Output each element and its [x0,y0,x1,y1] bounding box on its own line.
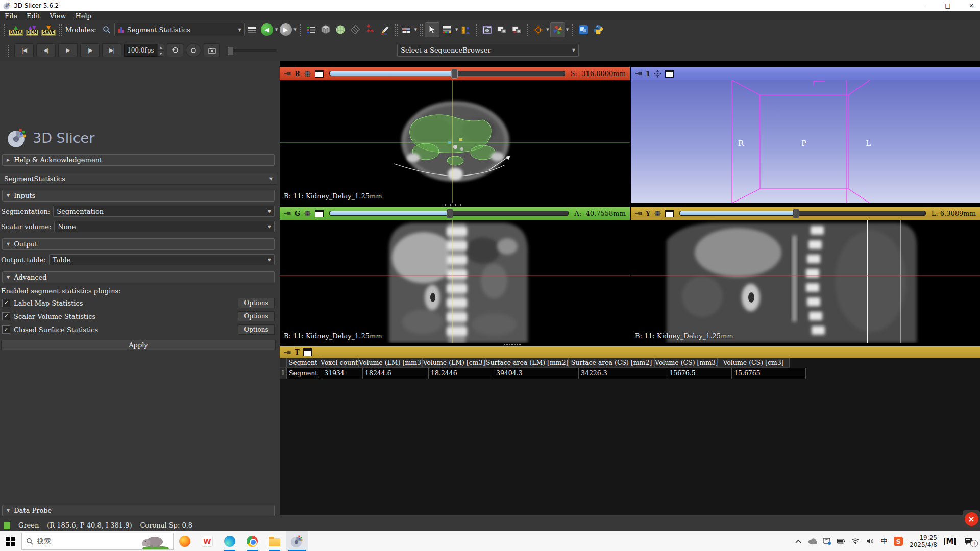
fps-up-icon[interactable]: ▲ [157,44,164,51]
view-menu-icon[interactable] [665,70,674,78]
module-header[interactable]: SegmentStatistics ▼ [0,173,277,185]
threed-scene[interactable]: R P L [631,80,980,203]
close-icon[interactable]: × [965,512,978,526]
fps-spinbox[interactable]: 100.0fps ▲▼ [124,44,164,57]
sceneview-restore-button[interactable] [510,23,524,37]
scalar-volume-selector[interactable]: None▼ [54,221,275,232]
history-forward-button[interactable]: ▶ [279,23,292,37]
red-offset-slider[interactable] [329,71,565,76]
forward-dropdown[interactable]: ▼ [293,28,296,32]
col-volume-lm-mm3[interactable]: Volume (LM) [mm3] [359,358,423,368]
table-menu-icon[interactable] [303,348,312,356]
green-slice-image[interactable]: B: 11: Kidney_Delay_1.25mm [280,220,630,343]
col-volume-cs-mm3[interactable]: Volume (CS) [mm3] [655,358,718,368]
taskbar-edge[interactable] [218,531,241,551]
python-console-button[interactable] [591,23,605,37]
col-segment[interactable]: Segment [287,358,320,368]
col-volume-cs-cm3[interactable]: Volume (CS) [cm3] [718,358,790,368]
pin-icon[interactable] [284,70,291,77]
m-app-icon[interactable]: M [942,531,958,551]
taskbar-explorer[interactable] [263,531,286,551]
pin-icon[interactable] [284,210,291,217]
green-offset-slider[interactable] [329,211,569,216]
seq-record-button[interactable] [186,43,201,57]
help-acknowledgement-section[interactable]: ▶ Help & Acknowledgement [2,154,275,166]
crosshair-dropdown[interactable]: ▼ [546,28,549,32]
toolbar-grip[interactable] [58,23,62,36]
slice-menu-icon[interactable] [315,70,324,78]
close-button[interactable]: × [960,0,980,11]
module-selector[interactable]: Segment Statistics ▼ [114,23,245,36]
labelmap-checkbox[interactable]: ✓ [2,299,10,307]
toolbar-grip[interactable] [394,23,398,36]
yellow-slice-image[interactable]: B: 11: Kidney_Delay_1.25mm [631,220,980,343]
load-data-button[interactable]: ▲ DATA [9,23,22,36]
toolbar-grip[interactable] [299,23,302,36]
green-slice-view[interactable]: G A: -40.7558mm [280,207,630,343]
screen-capture-button[interactable] [480,23,494,37]
menu-file[interactable]: File [0,12,22,20]
seq-next-frame-button[interactable]: |▶ [80,43,100,57]
segmentations-module-button[interactable] [334,23,348,37]
slice-menu-icon[interactable] [665,210,674,217]
display-sync-icon[interactable] [821,531,833,551]
back-dropdown[interactable]: ▼ [275,28,278,32]
transforms-module-button[interactable] [349,23,362,37]
labelmap-options-button[interactable]: Options [238,298,275,308]
pin-icon[interactable] [284,349,291,356]
slider-knob[interactable] [228,47,233,55]
scalarvolume-checkbox[interactable]: ✓ [2,312,10,320]
taskbar-wps[interactable]: W [196,531,218,551]
sogou-icon[interactable]: S [892,531,904,551]
markups-module-button[interactable]: *** [363,23,377,37]
sceneview-capture-button[interactable] [495,23,509,37]
center-view-icon[interactable] [654,70,662,78]
seq-last-frame-button[interactable]: ▶| [102,43,121,57]
scalarvolume-options-button[interactable]: Options [238,311,275,321]
menu-help[interactable]: Help [70,12,96,20]
layout-selector-button[interactable] [400,23,413,37]
save-button[interactable]: ▼ SAVE [42,23,55,36]
dicom-button[interactable]: ▲▼ DCM [26,23,39,36]
col-voxel-count[interactable]: Voxel count [320,358,359,368]
seq-first-frame-button[interactable]: |◀ [14,43,34,57]
menu-view[interactable]: View [45,12,70,20]
ime-indicator[interactable]: 中 [878,531,890,551]
extensions-button[interactable] [550,22,565,37]
start-button[interactable] [0,531,20,551]
toolbar-grip[interactable] [475,23,478,36]
extensions-dropdown[interactable]: ▼ [566,28,569,32]
toolbar-grip[interactable] [7,44,10,57]
modules-history-button[interactable] [304,23,318,37]
module-panel-toggle[interactable] [246,23,259,37]
taskbar-firefox[interactable] [174,531,196,551]
wifi-icon[interactable] [849,531,862,551]
units-button[interactable] [459,23,473,37]
closedsurface-checkbox[interactable]: ✓ [2,325,10,334]
sequence-index-slider[interactable] [228,49,277,52]
yellow-slice-view[interactable]: Y L: 6.3089mm [631,207,980,343]
volumes-module-button[interactable] [319,23,333,37]
segment-editor-module-button[interactable] [378,23,392,37]
window-level-dropdown[interactable]: ▼ [455,28,458,32]
toolbar-grip[interactable] [3,23,6,36]
col-surface-lm-mm2[interactable]: Surface area (LM) [mm2] [486,358,569,368]
toolbar-grip[interactable] [419,23,423,36]
closedsurface-options-button[interactable]: Options [238,324,275,335]
red-slice-image[interactable]: B: 11: Kidney_Delay_1.25mm [280,80,630,203]
layout-dropdown[interactable]: ▼ [414,28,417,32]
threed-view[interactable]: 1 [631,67,980,203]
sequence-browser-selector[interactable]: Select a SequenceBrowser ▼ [397,44,579,57]
extension-manager-button[interactable] [576,23,590,37]
mouse-interaction-button[interactable] [425,22,439,37]
view-splitter-handle[interactable] [444,204,462,206]
col-volume-lm-cm3[interactable]: Volume (LM) [cm3] [423,358,486,368]
slice-visibility-icon[interactable] [304,70,311,78]
taskbar-chrome[interactable] [241,531,263,551]
seq-snapshot-button[interactable] [204,43,220,57]
output-table-selector[interactable]: Table▼ [49,254,275,265]
history-back-button[interactable]: ◀ [260,23,274,37]
taskbar-slicer[interactable] [286,531,308,551]
seq-play-button[interactable]: ▶ [58,43,78,57]
slice-visibility-icon[interactable] [304,210,311,217]
